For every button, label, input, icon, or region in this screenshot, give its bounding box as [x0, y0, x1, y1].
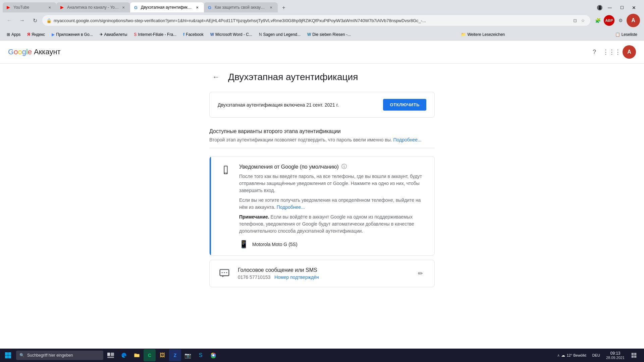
- bookmark-internet-filiale[interactable]: S Internet-Filiale - Fra...: [131, 31, 179, 38]
- tab-analytics[interactable]: ▶ Аналитика по каналу - YouTube ✕: [56, 2, 130, 12]
- svg-rect-19: [634, 356, 637, 358]
- download-icon: ⬇: [597, 5, 602, 10]
- bookmarks-bar: ⊞ Apps Я Яндекс ▶ Приложения в Go... ✈ А…: [0, 28, 644, 41]
- bookmark-leseliste[interactable]: 📋 Leseliste: [612, 31, 640, 38]
- auth-desc-1: После того как вы введёте пароль, на все…: [239, 173, 426, 194]
- bookmark-sagen[interactable]: N Sagen und Legend...: [256, 31, 303, 38]
- bookmark-google-apps[interactable]: ▶ Приложения в Go...: [49, 31, 95, 38]
- bookmark-more[interactable]: 📁 Weitere Lesezeichen: [458, 31, 507, 38]
- sms-content: Голосовое сообщение или SMS 0176 5771015…: [238, 267, 408, 280]
- taskbar-search[interactable]: 🔍 Suchbegriff hier eingeben: [16, 351, 103, 360]
- tab-close-analytics[interactable]: ✕: [121, 5, 126, 10]
- bookmark-label-riesen: Die sieben Riesen -...: [312, 32, 351, 37]
- taskbar-clock[interactable]: 09:13 28.09.2021: [603, 351, 627, 360]
- note-prefix: Примечание.: [239, 214, 269, 220]
- auth-learn-more[interactable]: Подробнее...: [277, 204, 305, 210]
- maximize-button[interactable]: ☐: [617, 3, 627, 12]
- start-button[interactable]: [1, 349, 15, 362]
- cast-icon[interactable]: ⊡: [572, 17, 578, 24]
- auth-method-title: Уведомления от Google (по умолчанию) ⓘ: [239, 163, 426, 170]
- disable-button[interactable]: ОТКЛЮЧИТЬ: [383, 99, 426, 111]
- profile-avatar[interactable]: A: [627, 14, 640, 27]
- leseliste-icon: 📋: [615, 32, 620, 37]
- extension-icon-1[interactable]: 🧩: [592, 15, 603, 26]
- tab-close-youtube[interactable]: ✕: [47, 5, 52, 10]
- back-button[interactable]: ←: [4, 15, 15, 26]
- device-name: Motorola Moto G (5S): [252, 242, 298, 247]
- new-tab-button[interactable]: +: [279, 3, 288, 12]
- star-icon[interactable]: ☆: [580, 17, 586, 24]
- page-title: Двухэтапная аутентификация: [228, 72, 358, 82]
- apps-icon: ⊞: [7, 32, 10, 37]
- learn-more-link[interactable]: Подробнее...: [393, 137, 421, 142]
- taskbar-right: ∧ ☁ 12° Bewölkt DEU 09:13 28.09.2021: [554, 349, 643, 361]
- close-button[interactable]: ✕: [629, 3, 639, 12]
- svg-point-15: [212, 354, 214, 356]
- taskbar-file-explorer-icon[interactable]: [131, 349, 143, 361]
- taskbar-cashew-icon[interactable]: C: [144, 349, 156, 361]
- taskbar: 🔍 Suchbegriff hier eingeben C 🖼: [0, 349, 644, 362]
- extension-icon-2[interactable]: ⚙: [615, 15, 626, 26]
- phone-icon: [219, 163, 232, 177]
- photos-icon: 🖼: [160, 352, 165, 358]
- weather-icon: ☁: [561, 353, 565, 358]
- cashew-letter: C: [148, 353, 151, 358]
- auth-help-icon[interactable]: ⓘ: [341, 163, 347, 170]
- tab-close-protect[interactable]: ✕: [268, 5, 274, 10]
- bookmark-label-yandex: Яндекс: [32, 32, 45, 37]
- minimize-button[interactable]: —: [605, 3, 614, 12]
- taskbar-camera-icon[interactable]: 📷: [182, 349, 194, 361]
- systray-arrow[interactable]: ∧: [557, 353, 560, 358]
- folder-icon: 📁: [461, 32, 466, 37]
- taskbar-chrome-icon[interactable]: [207, 349, 219, 361]
- task-view-button[interactable]: [105, 349, 117, 361]
- bookmark-flights[interactable]: ✈ Авиабилеты: [97, 31, 130, 38]
- bookmark-label-flights: Авиабилеты: [104, 32, 127, 37]
- clock-time: 09:13: [610, 351, 620, 356]
- edge-icon: [121, 352, 127, 358]
- address-bar-icons: ⊡ ☆: [572, 17, 586, 24]
- account-label: Аккаунт: [34, 48, 61, 56]
- svg-point-2: [225, 173, 226, 174]
- section-desc-text: Второй этап аутентификации позволяет под…: [209, 137, 392, 142]
- card-body: Уведомления от Google (по умолчанию) ⓘ П…: [211, 157, 434, 255]
- taskbar-skype-icon[interactable]: S: [195, 349, 207, 361]
- bookmark-msword[interactable]: W Microsoft Word - C...: [208, 31, 255, 38]
- status-card: Двухэтапная аутентификация включена 21 с…: [209, 92, 435, 118]
- apps-grid-button[interactable]: ⋮⋮⋮: [605, 45, 619, 59]
- bookmark-apps[interactable]: ⊞ Apps: [4, 31, 23, 38]
- address-bar[interactable]: 🔒 myaccount.google.com/signinoptions/two…: [42, 15, 590, 26]
- bookmark-riesen[interactable]: W Die sieben Riesen -...: [305, 31, 354, 38]
- taskbar-edge-icon[interactable]: [118, 349, 130, 361]
- help-button[interactable]: ?: [588, 45, 601, 59]
- windows-logo-icon: [5, 352, 11, 359]
- extension-icon-abp[interactable]: ABP: [604, 15, 614, 26]
- url-text: myaccount.google.com/signinoptions/two-s…: [54, 18, 570, 23]
- tab-close-2fa[interactable]: ✕: [195, 5, 200, 10]
- tab-2fa[interactable]: G Двухэтапная аутентификация ✕: [130, 2, 204, 12]
- flights-icon: ✈: [100, 32, 103, 37]
- page-back-header: ← Двухэтапная аутентификация: [209, 70, 435, 84]
- google-letters: Google: [8, 48, 32, 56]
- bookmark-facebook[interactable]: f Facebook: [180, 31, 206, 38]
- taskbar-zoom-icon[interactable]: Z: [169, 349, 181, 361]
- back-arrow-button[interactable]: ←: [209, 70, 223, 84]
- notification-center-button[interactable]: [628, 349, 640, 361]
- tab-bar: ▶ YouTube ✕ ▶ Аналитика по каналу - YouT…: [0, 0, 644, 12]
- svg-rect-8: [8, 352, 11, 355]
- sms-edit-button[interactable]: ✏: [414, 267, 426, 280]
- bookmark-label-facebook: Facebook: [186, 32, 204, 37]
- file-explorer-icon: [134, 352, 140, 358]
- header-avatar[interactable]: A: [623, 45, 636, 59]
- tab-protect[interactable]: G Как защитить свой аккаунт с п... ✕: [204, 2, 278, 12]
- svg-rect-7: [5, 352, 8, 355]
- lock-icon: 🔒: [46, 18, 52, 23]
- tab-youtube[interactable]: ▶ YouTube ✕: [3, 2, 56, 12]
- tab-title-protect: Как защитить свой аккаунт с п...: [215, 5, 266, 10]
- forward-button[interactable]: →: [17, 15, 28, 26]
- taskbar-photos-icon[interactable]: 🖼: [156, 349, 168, 361]
- section-desc: Второй этап аутентификации позволяет под…: [209, 137, 435, 142]
- refresh-button[interactable]: ↻: [30, 15, 40, 26]
- tab-title-2fa: Двухэтапная аутентификация: [141, 5, 193, 10]
- bookmark-yandex[interactable]: Я Яндекс: [24, 31, 48, 38]
